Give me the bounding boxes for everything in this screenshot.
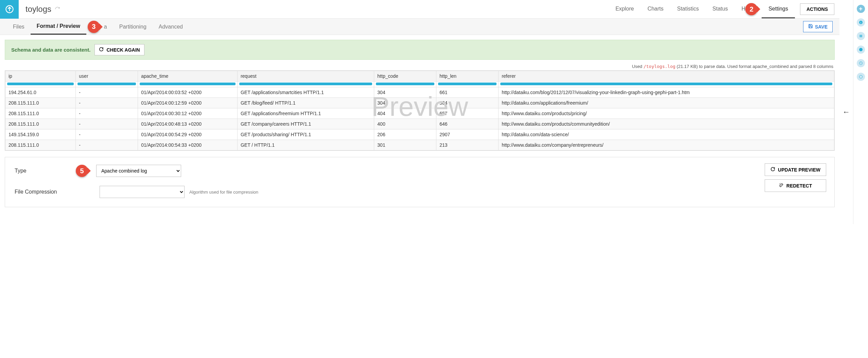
cell-http_len: 213	[436, 140, 499, 150]
svg-point-6	[859, 48, 863, 51]
svg-point-8	[859, 75, 862, 78]
nav-charts[interactable]: Charts	[641, 0, 670, 18]
top-bar: toylogs Explore Charts Statistics Status…	[0, 0, 839, 19]
refresh-icon	[99, 47, 104, 53]
refresh-icon[interactable]	[55, 6, 60, 12]
table-row[interactable]: 149.154.159.0-01/Apr/2014:00:54:29 +0200…	[5, 129, 834, 140]
check-label: CHECK AGAIN	[106, 47, 140, 53]
col-http-len[interactable]: http_len	[436, 71, 499, 82]
main-nav: Explore Charts Statistics Status H 2 Set…	[609, 0, 839, 18]
cell-apache_time: 01/Apr/2014:00:48:13 +0200	[138, 119, 238, 129]
compression-select[interactable]	[100, 186, 185, 198]
cell-referer: http://www.dataiku.com/company/entrepren…	[499, 140, 834, 150]
sub-nav: Files Format / Preview 3 a Partitioning …	[0, 19, 839, 35]
info-icon[interactable]: i	[857, 18, 865, 26]
col-request[interactable]: request	[237, 71, 374, 82]
cell-http_code: 304	[374, 98, 436, 108]
col-ip[interactable]: ip	[5, 71, 76, 82]
cell-http_len: 657	[436, 108, 499, 119]
nav-status[interactable]: Status	[706, 0, 734, 18]
cell-ip: 194.254.61.0	[5, 87, 76, 98]
right-rail: + i	[853, 0, 868, 224]
list-icon[interactable]	[857, 32, 865, 40]
banner-text: Schema and data are consistent.	[11, 47, 90, 53]
cell-ip: 149.154.159.0	[5, 129, 76, 140]
dataset-title: toylogs	[25, 4, 51, 14]
cell-user: -	[76, 87, 138, 98]
table-row[interactable]: 194.254.61.0-01/Apr/2014:00:03:52 +0200G…	[5, 87, 834, 98]
cell-http_code: 301	[374, 140, 436, 150]
table-row[interactable]: 208.115.111.0-01/Apr/2014:00:30:12 +0200…	[5, 108, 834, 119]
col-referer[interactable]: referer	[499, 71, 834, 82]
cell-referer: http://dataiku.com/data-science/	[499, 129, 834, 140]
nav-explore[interactable]: Explore	[609, 0, 641, 18]
save-label: SAVE	[815, 24, 828, 30]
cell-user: -	[76, 108, 138, 119]
cell-referer: http://www.dataiku.com/products/communit…	[499, 119, 834, 129]
cell-referer: http://www.dataiku.com/products/pricing/	[499, 108, 834, 119]
cell-user: -	[76, 140, 138, 150]
back-arrow[interactable]: ←	[839, 0, 853, 224]
cell-request: GET / HTTP/1.1	[237, 140, 374, 150]
update-preview-button[interactable]: UPDATE PREVIEW	[765, 163, 826, 176]
cell-request: GET /blog/feed/ HTTP/1.1	[237, 98, 374, 108]
format-settings-panel: UPDATE PREVIEW REDETECT Type 5 Apache co…	[5, 157, 835, 207]
plus-icon[interactable]: +	[857, 5, 865, 13]
cell-referer: http://dataiku.com/applications/freemium…	[499, 98, 834, 108]
cell-user: -	[76, 98, 138, 108]
table-row[interactable]: 208.115.111.0-01/Apr/2014:00:48:13 +0200…	[5, 119, 834, 129]
save-button[interactable]: SAVE	[803, 21, 833, 32]
cell-request: GET /company/careers HTTP/1.1	[237, 119, 374, 129]
callout-5: 5	[76, 165, 88, 177]
type-select[interactable]: Apache combined log	[96, 165, 181, 177]
col-http-code[interactable]: http_code	[374, 71, 436, 82]
cell-user: -	[76, 119, 138, 129]
col-user[interactable]: user	[76, 71, 138, 82]
redetect-button[interactable]: REDETECT	[765, 179, 826, 192]
tab-partitioning[interactable]: Partitioning	[113, 19, 153, 35]
magic-icon	[779, 183, 784, 189]
compression-hint: Algorithm used for file compression	[189, 190, 258, 195]
refresh-icon	[770, 167, 775, 173]
content-area: Schema and data are consistent. CHECK AG…	[0, 35, 839, 224]
table-row[interactable]: 208.115.111.0-01/Apr/2014:00:54:33 +0200…	[5, 140, 834, 150]
valid-bar-row	[5, 82, 834, 87]
app-logo[interactable]	[0, 0, 19, 19]
cell-http_len: 646	[436, 119, 499, 129]
tab-format-preview[interactable]: Format / Preview	[31, 19, 86, 35]
cell-http_len: 2907	[436, 129, 499, 140]
cell-http_code: 304	[374, 87, 436, 98]
cell-ip: 208.115.111.0	[5, 119, 76, 129]
cell-apache_time: 01/Apr/2014:00:30:12 +0200	[138, 108, 238, 119]
cell-ip: 208.115.111.0	[5, 140, 76, 150]
chat-icon[interactable]	[857, 46, 865, 54]
cell-http_code: 404	[374, 108, 436, 119]
cell-request: GET /products/sharing/ HTTP/1.1	[237, 129, 374, 140]
nav-truncated[interactable]: H	[735, 0, 746, 18]
cell-apache_time: 01/Apr/2014:00:03:52 +0200	[138, 87, 238, 98]
cell-apache_time: 01/Apr/2014:00:12:59 +0200	[138, 98, 238, 108]
callout-3: 3	[88, 21, 100, 33]
cell-http_code: 400	[374, 119, 436, 129]
clock-icon[interactable]	[857, 73, 865, 81]
compression-label: File Compression	[15, 189, 100, 195]
history-icon[interactable]	[857, 59, 865, 67]
parse-info: Used /toylogs.log (21.17 KB) to parse da…	[6, 64, 833, 69]
nav-settings[interactable]: Settings	[762, 0, 795, 18]
preview-table: ip user apache_time request http_code ht…	[5, 71, 834, 150]
cell-http_code: 206	[374, 129, 436, 140]
actions-button[interactable]: ACTIONS	[800, 3, 834, 15]
cell-http_len: 504	[436, 98, 499, 108]
table-row[interactable]: 208.115.111.0-01/Apr/2014:00:12:59 +0200…	[5, 98, 834, 108]
svg-text:i: i	[861, 21, 861, 24]
cell-user: -	[76, 129, 138, 140]
check-again-button[interactable]: CHECK AGAIN	[94, 44, 144, 55]
nav-statistics[interactable]: Statistics	[670, 0, 706, 18]
table-header-row: ip user apache_time request http_code ht…	[5, 71, 834, 82]
cell-ip: 208.115.111.0	[5, 98, 76, 108]
col-apache-time[interactable]: apache_time	[138, 71, 238, 82]
tab-advanced[interactable]: Advanced	[153, 19, 189, 35]
tab-files[interactable]: Files	[7, 19, 31, 35]
cell-request: GET /applications/freemium HTTP/1.1	[237, 108, 374, 119]
cell-http_len: 661	[436, 87, 499, 98]
